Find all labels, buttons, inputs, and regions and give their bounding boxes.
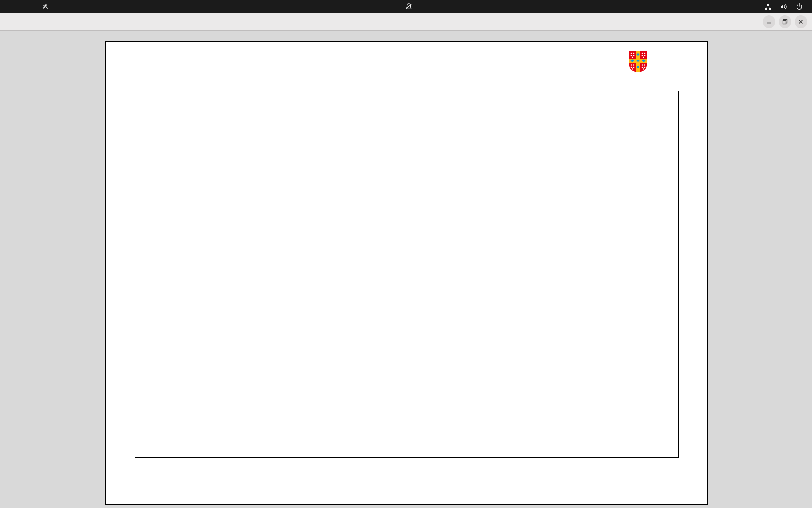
- seismograph-canvas: [105, 41, 708, 505]
- minimize-button[interactable]: [763, 15, 775, 28]
- focused-app-menu[interactable]: [36, 0, 58, 13]
- tk-window-body: [0, 31, 812, 508]
- activities-button[interactable]: [0, 0, 14, 13]
- universite-laval-logo: [628, 50, 651, 75]
- close-button[interactable]: [795, 15, 807, 28]
- tk-app-icon: [42, 3, 49, 10]
- gnome-top-bar: [0, 0, 812, 13]
- plot-border: [135, 91, 679, 458]
- window-title-bar[interactable]: [0, 13, 812, 31]
- notifications-off-icon: [406, 3, 413, 10]
- maximize-button[interactable]: [779, 15, 791, 28]
- system-status-area[interactable]: [755, 0, 812, 13]
- power-icon: [796, 3, 803, 11]
- network-wired-icon: [764, 3, 772, 11]
- laval-shield-icon: [628, 50, 648, 75]
- clock-menu[interactable]: [400, 0, 413, 13]
- volume-icon: [780, 3, 788, 11]
- window-title: [0, 13, 812, 30]
